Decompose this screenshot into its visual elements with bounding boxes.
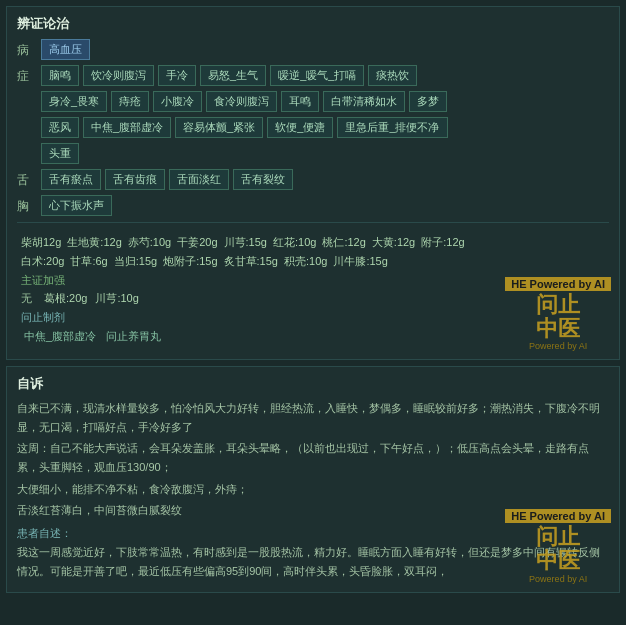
formula-item: 川牛膝:15g xyxy=(333,254,387,269)
formula-item: 桃仁:12g xyxy=(322,235,365,250)
formula-item: 炮附子:15g xyxy=(163,254,217,269)
formula-row-1: 柴胡12g 生地黄:12g 赤芍:10g 干姜20g 川芎:15g 红花:10g… xyxy=(21,235,605,250)
formula-item: 川芎:15g xyxy=(224,235,267,250)
symptom-tag[interactable]: 身冷_畏寒 xyxy=(41,91,107,112)
disease-tag-hypertension[interactable]: 高血压 xyxy=(41,39,90,60)
formula-item: 柴胡12g xyxy=(21,235,61,250)
symptom-tag[interactable]: 痔疮 xyxy=(111,91,149,112)
symptom-tags-row4: 头重 xyxy=(41,143,609,164)
enhance-item: 葛根:20g xyxy=(44,291,87,306)
enhance-item: 川芎:10g xyxy=(95,291,138,306)
watermark2-main-text: 问止 中医 xyxy=(505,525,611,573)
tongue-tag[interactable]: 舌有裂纹 xyxy=(233,169,293,190)
formula-item: 炙甘草:15g xyxy=(224,254,278,269)
symptom-tag[interactable]: 头重 xyxy=(41,143,79,164)
self-report-text: 自来已不满，现清水样量较多，怕冷怕风大力好转，胆经热流，入睡快，梦偶多，睡眠较前… xyxy=(17,399,609,520)
watermark2-sub-text: Powered by AI xyxy=(505,574,611,584)
disease-label: 病 xyxy=(17,39,35,59)
watermark-sub-text: Powered by AI xyxy=(505,341,611,351)
symptom-row-4: 头重 xyxy=(41,143,609,164)
tongue-tags: 舌有瘀点 舌有齿痕 舌面淡红 舌有裂纹 xyxy=(41,169,609,190)
symptom-tag[interactable]: 软便_便溏 xyxy=(267,117,333,138)
self-report-line-3: 大便细小，能排不净不粘，食冷敌腹泻，外痔； xyxy=(17,480,609,499)
formula-item: 生地黄:12g xyxy=(67,235,121,250)
symptom-tag[interactable]: 耳鸣 xyxy=(281,91,319,112)
symptom-tags-row2: 身冷_畏寒 痔疮 小腹冷 食冷则腹泻 耳鸣 白带清稀如水 多梦 xyxy=(41,91,609,112)
tongue-label: 舌 xyxy=(17,169,35,189)
formula-item: 甘草:6g xyxy=(70,254,107,269)
bian-zheng-section: 辨证论治 病 高血压 症 脑鸣 饮冷则腹泻 手冷 易怒_生气 嗳逆_嗳气_打嗝 … xyxy=(6,6,620,360)
symptom-tag[interactable]: 里急后重_排便不净 xyxy=(337,117,447,138)
self-report-line-2: 这周：自己不能大声说话，会耳朵发盖胀，耳朵头晕略，（以前也出现过，下午好点，）；… xyxy=(17,439,609,476)
watermark: HE Powered by AI 问止 中医 Powered by AI xyxy=(505,277,611,351)
symptom-tag[interactable]: 易怒_生气 xyxy=(200,65,266,86)
symptom-tag[interactable]: 痰热饮 xyxy=(368,65,417,86)
symptom-row-3: 恶风 中焦_腹部虚冷 容易体颤_紧张 软便_便溏 里急后重_排便不净 xyxy=(41,117,609,138)
pulse-tag[interactable]: 心下振水声 xyxy=(41,195,112,216)
zhizhi-tag[interactable]: 中焦_腹部虚冷 xyxy=(21,328,99,345)
formula-row-2: 白术:20g 甘草:6g 当归:15g 炮附子:15g 炙甘草:15g 积壳:1… xyxy=(21,254,605,269)
symptom-tag[interactable]: 多梦 xyxy=(409,91,447,112)
formula-item: 赤芍:10g xyxy=(128,235,171,250)
pulse-label: 胸 xyxy=(17,195,35,215)
symptom-tag[interactable]: 手冷 xyxy=(158,65,196,86)
symptom-row-1: 症 脑鸣 饮冷则腹泻 手冷 易怒_生气 嗳逆_嗳气_打嗝 痰热饮 xyxy=(17,65,609,86)
tongue-tag[interactable]: 舌有瘀点 xyxy=(41,169,101,190)
self-report-title: 自诉 xyxy=(17,375,609,393)
disease-row: 病 高血压 xyxy=(17,39,609,60)
pulse-row: 胸 心下振水声 xyxy=(17,195,609,216)
watermark-main-text: 问止 中医 xyxy=(505,293,611,341)
bian-zheng-title: 辨证论治 xyxy=(17,15,609,33)
symptom-tags-row3: 恶风 中焦_腹部虚冷 容易体颤_紧张 软便_便溏 里急后重_排便不净 xyxy=(41,117,609,138)
watermark2-top-text: HE Powered by AI xyxy=(505,509,611,523)
symptom-label: 症 xyxy=(17,65,35,85)
divider xyxy=(17,222,609,223)
watermark-top-text: HE Powered by AI xyxy=(505,277,611,291)
tongue-tag[interactable]: 舌有齿痕 xyxy=(105,169,165,190)
tongue-tag[interactable]: 舌面淡红 xyxy=(169,169,229,190)
formula-item: 积壳:10g xyxy=(284,254,327,269)
enhance-none-label: 无 xyxy=(21,291,32,306)
formula-item: 大黄:12g xyxy=(372,235,415,250)
formula-item: 当归:15g xyxy=(114,254,157,269)
disease-tags: 高血压 xyxy=(41,39,609,60)
symptom-tags-row1: 脑鸣 饮冷则腹泻 手冷 易怒_生气 嗳逆_嗳气_打嗝 痰热饮 xyxy=(41,65,609,86)
symptom-tag[interactable]: 白带清稀如水 xyxy=(323,91,405,112)
symptom-tag[interactable]: 食冷则腹泻 xyxy=(206,91,277,112)
watermark-2: HE Powered by AI 问止 中医 Powered by AI xyxy=(505,509,611,583)
formula-item: 干姜20g xyxy=(177,235,217,250)
pulse-tags: 心下振水声 xyxy=(41,195,609,216)
symptom-tag[interactable]: 中焦_腹部虚冷 xyxy=(83,117,171,138)
symptom-row-2: 身冷_畏寒 痔疮 小腹冷 食冷则腹泻 耳鸣 白带清稀如水 多梦 xyxy=(41,91,609,112)
symptom-tag[interactable]: 饮冷则腹泻 xyxy=(83,65,154,86)
symptom-tag[interactable]: 容易体颤_紧张 xyxy=(175,117,263,138)
self-report-section: 自诉 自来已不满，现清水样量较多，怕冷怕风大力好转，胆经热流，入睡快，梦偶多，睡… xyxy=(6,366,620,593)
formula-item: 红花:10g xyxy=(273,235,316,250)
symptom-tag[interactable]: 小腹冷 xyxy=(153,91,202,112)
symptom-tag[interactable]: 嗳逆_嗳气_打嗝 xyxy=(270,65,364,86)
symptom-tag[interactable]: 恶风 xyxy=(41,117,79,138)
symptom-tag[interactable]: 脑鸣 xyxy=(41,65,79,86)
self-report-line-1: 自来已不满，现清水样量较多，怕冷怕风大力好转，胆经热流，入睡快，梦偶多，睡眠较前… xyxy=(17,399,609,436)
formula-item: 附子:12g xyxy=(421,235,464,250)
formula-item: 白术:20g xyxy=(21,254,64,269)
tongue-row: 舌 舌有瘀点 舌有齿痕 舌面淡红 舌有裂纹 xyxy=(17,169,609,190)
zhizhi-tag[interactable]: 问止养胃丸 xyxy=(103,328,164,345)
